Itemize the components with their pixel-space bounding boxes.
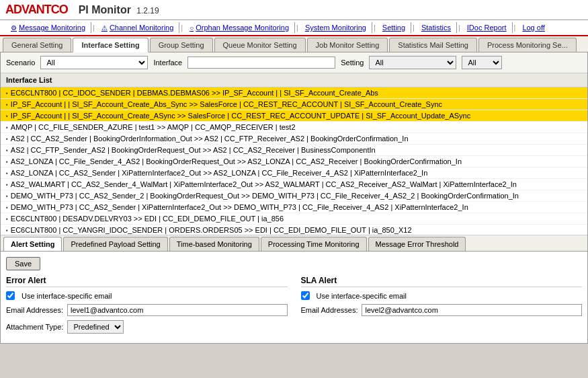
error-alert-email-input[interactable] — [67, 304, 288, 316]
list-item[interactable]: EC6CLNT800 | CC_YANGRI_IDOC_SENDER | ORD… — [1, 225, 587, 235]
tab-processing-time[interactable]: Processing Time Monitoring — [261, 237, 367, 251]
scenario-label: Scenario — [6, 59, 35, 67]
tab-message-error-threshold[interactable]: Message Error Threshold — [368, 237, 466, 251]
tab-time-based-monitoring[interactable]: Time-based Monitoring — [169, 237, 259, 251]
tab-job-monitor[interactable]: Job Monitor Setting — [307, 38, 388, 52]
attachment-type-select[interactable]: Predefined None All — [67, 320, 124, 334]
interface-list-header: Interface List — [1, 73, 587, 87]
scenario-select[interactable]: All — [40, 56, 148, 69]
main-tabs: General Setting Interface Setting Group … — [0, 36, 588, 52]
attachment-type-row: Attachment Type: Predefined None All — [6, 320, 288, 334]
sla-alert-checkbox-row: Use interface-specific email — [301, 291, 583, 300]
sla-alert-email-label: Email Addresses: — [301, 306, 358, 314]
error-alert-email-label: Email Addresses: — [6, 306, 63, 314]
main-content: Scenario All Interface Setting All All I… — [0, 52, 588, 344]
nav-orphan-monitoring[interactable]: ○ Orphan Message Monitoring — [184, 22, 295, 33]
list-item[interactable]: DEMO_WITH_P73 | CC_AS2_Sender | XiPatter… — [1, 202, 587, 213]
error-alert-checkbox-row: Use interface-specific email — [6, 291, 288, 300]
tab-alert-setting[interactable]: Alert Setting — [3, 237, 62, 251]
alert-sections: Error Alert Use interface-specific email… — [6, 276, 582, 338]
nav-setting[interactable]: Setting — [377, 22, 411, 33]
interface-label: Interface — [153, 59, 182, 67]
nav-statistics[interactable]: Statistics — [416, 22, 457, 33]
tab-group-setting[interactable]: Group Setting — [150, 38, 213, 52]
logo: ADVANTCO — [5, 3, 68, 17]
error-alert-checkbox-label: Use interface-specific email — [22, 292, 112, 300]
interface-input[interactable] — [187, 56, 335, 69]
tab-interface-setting[interactable]: Interface Setting — [73, 38, 148, 52]
app-header: ADVANTCO PI Monitor 1.2.19 — [0, 0, 588, 20]
tab-general-setting[interactable]: General Setting — [3, 38, 71, 52]
tab-process-monitoring[interactable]: Process Monitoring Se... — [478, 38, 577, 52]
scenario-bar: Scenario All Interface Setting All All — [1, 52, 587, 73]
error-alert-section: Error Alert Use interface-specific email… — [6, 276, 288, 338]
list-item[interactable]: IP_SF_Account | | SI_SF_Account_Create_A… — [1, 99, 587, 110]
nav-message-monitoring[interactable]: ⚙ Message Monitoring — [5, 22, 91, 33]
tab-statistics-mail[interactable]: Statistics Mail Setting — [389, 38, 477, 52]
app-title: PI Monitor 1.2.19 — [79, 4, 159, 16]
list-item[interactable]: AS2_LONZA | CC_AS2_Sender | XiPatternInt… — [1, 167, 587, 179]
nav-system-monitoring[interactable]: System Monitoring — [300, 22, 372, 33]
sla-alert-checkbox[interactable] — [301, 291, 310, 300]
error-alert-checkbox[interactable] — [6, 291, 15, 300]
error-alert-email-row: Email Addresses: — [6, 304, 288, 316]
setting-label: Setting — [341, 59, 364, 67]
channel-monitoring-icon: ⚠ — [101, 24, 108, 32]
save-button[interactable]: Save — [6, 257, 40, 270]
list-item[interactable]: DEMO_WITH_P73 | CC_AS2_Sender_2 | Bookin… — [1, 190, 587, 202]
nav-idoc-report[interactable]: IDoc Report — [462, 22, 513, 33]
bottom-tabs: Alert Setting Predefined Payload Setting… — [1, 235, 587, 252]
list-item[interactable]: EC6CLNT800 | CC_IDOC_SENDER | DEBMAS.DEB… — [1, 87, 587, 99]
sla-alert-email-row: Email Addresses: — [301, 304, 583, 316]
list-item[interactable]: IP_SF_Account | | SI_SF_Account_Create_A… — [1, 110, 587, 122]
sla-alert-title: SLA Alert — [301, 276, 583, 287]
tab-predefined-payload[interactable]: Predefined Payload Setting — [63, 237, 167, 251]
list-item[interactable]: AS2 | CC_FTP_Sender_AS2 | BookingOrderRe… — [1, 145, 587, 156]
interface-list: EC6CLNT800 | CC_IDOC_SENDER | DEBMAS.DEB… — [1, 87, 587, 235]
message-monitoring-icon: ⚙ — [11, 24, 17, 32]
main-nav: ⚙ Message Monitoring | ⚠ Channel Monitor… — [0, 20, 588, 36]
setting-select2[interactable]: All — [462, 56, 502, 69]
orphan-monitoring-icon: ○ — [190, 24, 194, 32]
list-item[interactable]: AS2 | CC_AS2_Sender | BookingOrderInform… — [1, 133, 587, 145]
nav-log-off[interactable]: Log off — [517, 22, 550, 33]
list-item[interactable]: AS2_WALMART | CC_AS2_Sender_4_WalMart | … — [1, 179, 587, 190]
tab-queue-monitor[interactable]: Queue Monitor Setting — [214, 38, 306, 52]
setting-select[interactable]: All — [369, 56, 456, 69]
logo-text: ADVANTCO — [5, 3, 68, 17]
sla-alert-section: SLA Alert Use interface-specific email E… — [301, 276, 583, 338]
list-item[interactable]: EC6CLNT800 | DESADV.DELVRY03 >> EDI | CC… — [1, 213, 587, 225]
error-alert-title: Error Alert — [6, 276, 288, 287]
content-area: Save Error Alert Use interface-specific … — [1, 252, 587, 343]
nav-channel-monitoring[interactable]: ⚠ Channel Monitoring — [96, 22, 179, 33]
sla-alert-email-input[interactable] — [362, 304, 582, 316]
list-item[interactable]: AS2_LONZA | CC_File_Sender_4_AS2 | Booki… — [1, 156, 587, 167]
list-item[interactable]: AMQP | CC_FILE_SENDER_AZURE | test1 >> A… — [1, 122, 587, 133]
attachment-type-label: Attachment Type: — [6, 323, 63, 331]
sla-alert-checkbox-label: Use interface-specific email — [317, 292, 407, 300]
